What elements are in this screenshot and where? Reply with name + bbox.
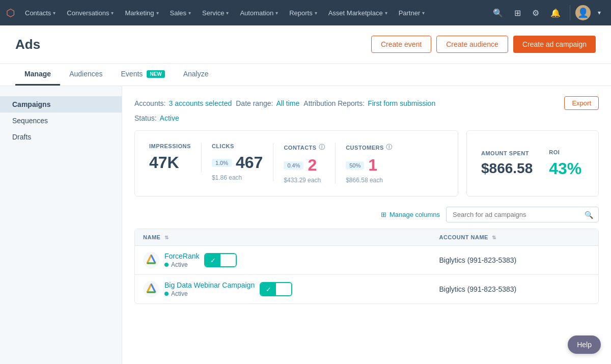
nav-contacts[interactable]: Contacts ▾: [20, 0, 61, 25]
customers-value: 1: [368, 156, 377, 175]
tab-analyze[interactable]: Analyze: [174, 64, 218, 86]
contacts-info-icon[interactable]: ⓘ: [319, 143, 325, 152]
campaign-info: ForceRank Active: [164, 252, 199, 268]
sidebar: Campaigns Sequences Drafts: [0, 86, 122, 364]
service-chevron: ▾: [226, 10, 229, 16]
roi-label: ROI: [549, 149, 581, 155]
attribution-value[interactable]: First form submission: [368, 99, 435, 107]
date-range-value[interactable]: All time: [276, 99, 299, 107]
filters-bar: Accounts: 3 accounts selected Date range…: [134, 96, 599, 110]
date-range-label: Date range:: [236, 99, 273, 107]
main-stats-card: IMPRESSIONS 47K CLICKS 1.0% 467 $1.86: [134, 130, 458, 197]
clicks-value: 467: [236, 153, 263, 172]
page-header: Ads Create event Create audience Create …: [0, 25, 611, 64]
stat-clicks: CLICKS 1.0% 467 $1.86 each: [212, 143, 273, 181]
campaign-logo-0: [143, 252, 159, 268]
create-event-button[interactable]: Create event: [371, 36, 431, 53]
nav-conversations[interactable]: Conversations ▾: [62, 0, 119, 25]
clicks-value-row: 1.0% 467: [212, 153, 263, 172]
nav-sales[interactable]: Sales ▾: [165, 0, 197, 25]
export-button[interactable]: Export: [564, 96, 599, 110]
stat-customers: CUSTOMERS ⓘ 50% 1 $866.58 each: [346, 143, 402, 184]
impressions-value-row: 47K: [149, 153, 191, 172]
table-toolbar: ⊞ Manage columns 🔍: [134, 207, 599, 222]
help-button[interactable]: Help: [568, 335, 601, 354]
notifications-icon-btn[interactable]: 🔔: [546, 0, 565, 25]
nav-marketing[interactable]: Marketing ▾: [120, 0, 163, 25]
stat-amount-spent: AMOUNT SPENT $866.58: [481, 150, 533, 177]
table: NAME ⇅ ACCOUNT NAME ⇅: [135, 229, 598, 303]
apps-icon-btn[interactable]: ⊞: [510, 0, 525, 25]
name-sort-icon[interactable]: ⇅: [164, 235, 169, 240]
tab-manage[interactable]: Manage: [15, 64, 60, 86]
status-value[interactable]: Active: [160, 114, 179, 122]
nav-partner[interactable]: Partner ▾: [394, 0, 430, 25]
status-label: Status:: [134, 114, 157, 122]
contacts-chevron: ▾: [53, 10, 55, 16]
campaign-toggle-1[interactable]: ✓: [260, 282, 292, 296]
col-account-name: ACCOUNT NAME ⇅: [431, 229, 598, 246]
amount-spent-value: $866.58: [481, 160, 533, 177]
create-audience-button[interactable]: Create audience: [436, 36, 508, 53]
search-icon-btn[interactable]: 🔍: [489, 0, 507, 25]
accounts-value[interactable]: 3 accounts selected: [169, 99, 232, 107]
nav-automation[interactable]: Automation ▾: [235, 0, 283, 25]
stat-roi: ROI 43%: [549, 149, 581, 178]
sidebar-item-sequences[interactable]: Sequences: [0, 113, 122, 129]
contacts-value-row: 0.4% 2: [284, 156, 325, 175]
events-badge: NEW: [147, 70, 164, 78]
toggle-on-indicator: ✓: [205, 254, 220, 266]
columns-icon: ⊞: [381, 211, 386, 218]
campaign-name-link[interactable]: ForceRank: [164, 252, 199, 260]
stats-grid: IMPRESSIONS 47K CLICKS 1.0% 467 $1.86: [149, 143, 443, 184]
sidebar-item-drafts[interactable]: Drafts: [0, 129, 122, 145]
partner-chevron: ▾: [422, 10, 425, 16]
top-nav: ⬡ Contacts ▾ Conversations ▾ Marketing ▾…: [0, 0, 611, 25]
create-ad-campaign-button[interactable]: Create ad campaign: [513, 36, 596, 53]
hubspot-logo[interactable]: ⬡: [6, 7, 15, 19]
contacts-label: CONTACTS ⓘ: [284, 143, 325, 152]
account-sort-icon[interactable]: ⇅: [492, 235, 496, 240]
campaign-logo-1: [143, 281, 159, 297]
campaign-name-cell: ForceRank Active ✓: [135, 246, 431, 275]
col-name: NAME ⇅: [135, 229, 431, 246]
stat-impressions: IMPRESSIONS 47K: [149, 143, 202, 172]
table-header-row: NAME ⇅ ACCOUNT NAME ⇅: [135, 229, 598, 246]
campaign-cell: ForceRank Active ✓: [143, 252, 423, 268]
tab-events[interactable]: Events NEW: [112, 64, 174, 86]
stats-section: IMPRESSIONS 47K CLICKS 1.0% 467 $1.86: [134, 130, 599, 197]
clicks-badge: 1.0%: [212, 159, 232, 167]
tab-audiences[interactable]: Audiences: [60, 64, 112, 86]
campaign-name-cell: Big Data Webinar Campaign Active ✓: [135, 275, 431, 304]
nav-reports[interactable]: Reports ▾: [284, 0, 322, 25]
toggle-off-indicator: [220, 254, 236, 266]
search-input[interactable]: [447, 207, 579, 222]
automation-chevron: ▾: [275, 10, 278, 16]
campaign-toggle-0[interactable]: ✓: [204, 253, 237, 267]
customers-info-icon[interactable]: ⓘ: [386, 143, 393, 152]
nav-expand-icon[interactable]: ▾: [594, 0, 605, 25]
nav-service[interactable]: Service ▾: [197, 0, 234, 25]
nav-right: 🔍 ⊞ ⚙ 🔔 👤 ▾: [489, 0, 605, 25]
sidebar-item-campaigns[interactable]: Campaigns: [0, 96, 122, 113]
toggle-off-indicator: [276, 283, 291, 295]
amount-spent-label: AMOUNT SPENT: [481, 150, 533, 156]
customers-sub: $866.58 each: [346, 177, 392, 184]
sales-chevron: ▾: [188, 10, 191, 16]
campaign-name-link[interactable]: Big Data Webinar Campaign: [164, 281, 255, 289]
accounts-label: Accounts:: [134, 99, 165, 107]
page-title: Ads: [15, 37, 40, 63]
marketing-chevron: ▾: [156, 10, 159, 16]
settings-icon-btn[interactable]: ⚙: [528, 0, 543, 25]
campaign-status: Active: [164, 290, 255, 297]
user-avatar[interactable]: 👤: [575, 5, 591, 20]
impressions-value: 47K: [149, 153, 179, 172]
main-layout: Campaigns Sequences Drafts Accounts: 3 a…: [0, 86, 611, 364]
nav-divider: [570, 5, 570, 20]
manage-columns-button[interactable]: ⊞ Manage columns: [381, 211, 440, 218]
contacts-sub: $433.29 each: [284, 177, 325, 184]
status-dot: [164, 292, 169, 296]
conversations-chevron: ▾: [111, 10, 114, 16]
campaign-cell: Big Data Webinar Campaign Active ✓: [143, 281, 423, 297]
nav-asset-marketplace[interactable]: Asset Marketplace ▾: [323, 0, 393, 25]
